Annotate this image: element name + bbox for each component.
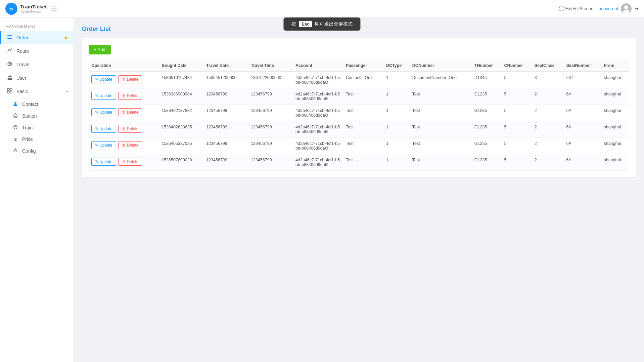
fullscreen-banner: 按 Esc 即可退出全屏模式: [283, 17, 360, 31]
bought-date-cell: 1536405327035: [159, 138, 203, 154]
svg-point-1: [10, 9, 11, 10]
sidebar-item-price[interactable]: $ Price: [0, 133, 74, 145]
exit-fullscreen-button[interactable]: ⛶ ExitFullScreen: [559, 6, 593, 11]
delete-button[interactable]: 🗑 Delete: [118, 108, 142, 116]
travel-time-cell: 123456799: [248, 105, 293, 121]
dctype-cell: 1: [383, 88, 410, 105]
col-seatnumber: SeatNumber: [563, 60, 601, 72]
table-row: ✎ Update 🗑 Delete 1536507690028 12345679…: [89, 154, 629, 171]
svg-rect-20: [7, 91, 9, 93]
table-row: ✎ Update 🗑 Delete 1536405327035 12345679…: [89, 138, 629, 154]
edit-icon: ✎: [95, 93, 98, 98]
cnumber-cell: 5: [501, 72, 532, 88]
header-left: TrainTicket Ticket System: [5, 3, 57, 15]
sidebar-order-label: Order: [16, 35, 60, 40]
col-cnumber: CNumber: [501, 60, 532, 72]
travel-time-cell: 123456799: [248, 154, 293, 171]
account-cell: 4d2a46c7-71cb-4cf1-b5bb-b68406d9da6f: [293, 88, 343, 105]
update-button[interactable]: ✎ Update: [91, 141, 116, 149]
table-wrap: Operation Bought Date Travel Date Travel…: [89, 60, 629, 171]
sidebar-travel-label: Travel: [16, 62, 68, 67]
seatclass-cell: 2: [532, 154, 564, 171]
sidebar-item-order[interactable]: Order ★: [0, 31, 74, 44]
menu-toggle-button[interactable]: [51, 5, 57, 12]
main-content: Order List + Add Operation Bought Date T…: [74, 17, 644, 362]
table-body: ✎ Update 🗑 Delete 1536510167484 15364512…: [89, 72, 629, 171]
edit-icon: ✎: [95, 159, 98, 164]
svg-rect-19: [10, 88, 12, 90]
bought-date-cell: 1536402628635: [159, 121, 203, 138]
delete-button[interactable]: 🗑 Delete: [118, 141, 142, 149]
col-dctype: DCType: [383, 60, 410, 72]
seatclass-cell: 2: [532, 138, 564, 154]
passenger-cell: Contacts_One: [343, 72, 383, 88]
trash-icon: 🗑: [122, 110, 126, 115]
sidebar-item-config[interactable]: Config: [0, 145, 74, 157]
logout-icon[interactable]: ➜: [634, 5, 639, 12]
delete-button[interactable]: 🗑 Delete: [118, 125, 142, 133]
dctype-cell: 1: [383, 121, 410, 138]
dctype-cell: 1: [383, 154, 410, 171]
tnumber-cell: D1345: [472, 72, 502, 88]
sidebar-item-contact[interactable]: Contact: [0, 98, 74, 110]
edit-icon: ✎: [95, 77, 98, 82]
update-button[interactable]: ✎ Update: [91, 75, 116, 83]
operation-cell: ✎ Update 🗑 Delete: [89, 105, 159, 121]
sidebar-item-train[interactable]: Train: [0, 122, 74, 133]
seatnumber-cell: 6A: [563, 105, 601, 121]
seatnumber-cell: 6A: [563, 154, 601, 171]
tnumber-cell: G1235: [472, 88, 502, 105]
basic-submenu: Contact Station: [0, 98, 74, 157]
update-button[interactable]: ✎ Update: [91, 158, 116, 166]
travel-date-cell: 1536451200000: [203, 72, 248, 88]
travel-time-cell: 1367622000000: [248, 72, 293, 88]
order-icon: [6, 34, 13, 41]
delete-button[interactable]: 🗑 Delete: [118, 158, 142, 166]
travel-date-cell: 123456799: [203, 138, 248, 154]
from-cell: shanghai: [601, 72, 629, 88]
operation-cell: ✎ Update 🗑 Delete: [89, 121, 159, 138]
logo-title: TrainTicket: [20, 4, 47, 10]
svg-rect-9: [7, 35, 12, 36]
route-icon: [6, 48, 13, 54]
sidebar-item-station[interactable]: Station: [0, 110, 74, 122]
col-travel-date: Travel Date: [203, 60, 248, 72]
travel-date-cell: 123456799: [203, 121, 248, 138]
sidebar-item-travel[interactable]: Travel: [0, 58, 74, 71]
avatar[interactable]: [621, 3, 632, 14]
admin-name[interactable]: adminroot: [599, 6, 618, 11]
table-row: ✎ Update 🗑 Delete 1536510167484 15364512…: [89, 72, 629, 88]
svg-rect-11: [7, 38, 12, 39]
esc-key-label: Esc: [299, 21, 312, 27]
operation-cell: ✎ Update 🗑 Delete: [89, 88, 159, 105]
dcnumber-cell: Test: [410, 121, 472, 138]
update-button[interactable]: ✎ Update: [91, 108, 116, 116]
seatclass-cell: 2: [532, 105, 564, 121]
from-cell: shanghai: [601, 121, 629, 138]
sidebar-item-user[interactable]: User: [0, 71, 74, 85]
from-cell: shanghai: [601, 88, 629, 105]
update-button[interactable]: ✎ Update: [91, 92, 116, 100]
cnumber-cell: 5: [501, 154, 532, 171]
sidebar-item-route[interactable]: Route: [0, 44, 74, 58]
table-row: ✎ Update 🗑 Delete 1536402628635 12345679…: [89, 121, 629, 138]
edit-icon: ✎: [95, 143, 98, 148]
col-travel-time: Travel Time: [248, 60, 293, 72]
update-button[interactable]: ✎ Update: [91, 125, 116, 133]
bought-date-cell: 1536402137832: [159, 105, 203, 121]
delete-button[interactable]: 🗑 Delete: [118, 92, 142, 100]
bought-date-cell: 1536507690028: [159, 154, 203, 171]
config-icon: [12, 148, 19, 154]
sidebar-item-basic[interactable]: Basic ▾: [0, 85, 74, 98]
logo-text-area: TrainTicket Ticket System: [20, 4, 47, 13]
operation-cell: ✎ Update 🗑 Delete: [89, 72, 159, 88]
content-card: + Add Operation Bought Date Travel Date …: [82, 38, 636, 177]
header: TrainTicket Ticket System ⛶ ExitFullScre…: [0, 0, 644, 17]
add-button[interactable]: + Add: [89, 45, 111, 54]
dcnumber-cell: Test: [410, 138, 472, 154]
passenger-cell: Test: [343, 154, 383, 171]
basic-icon: [6, 88, 13, 95]
sidebar-user-label: User: [16, 75, 68, 81]
delete-button[interactable]: 🗑 Delete: [118, 75, 142, 83]
trash-icon: 🗑: [122, 143, 126, 148]
